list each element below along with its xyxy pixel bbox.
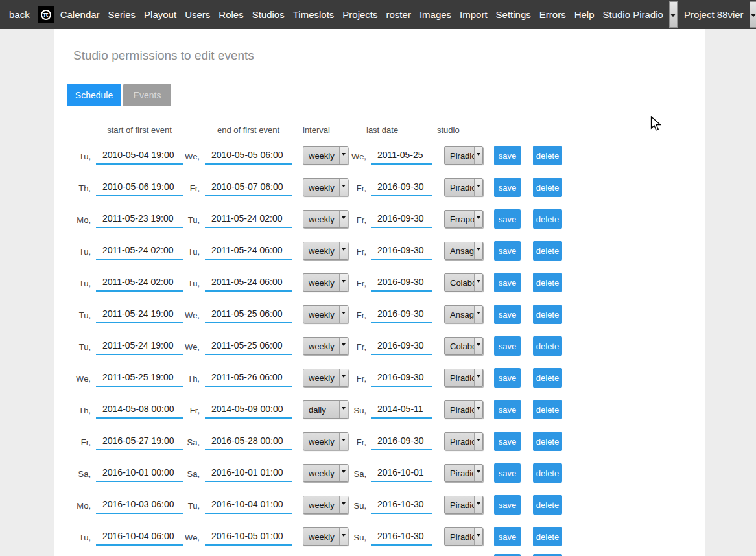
save-button[interactable]: save	[494, 432, 521, 451]
delete-button[interactable]: delete	[533, 146, 562, 165]
save-button[interactable]: save	[494, 178, 521, 197]
start-of-first-event-input[interactable]	[96, 146, 183, 165]
last-date-input[interactable]	[371, 463, 432, 482]
interval-select[interactable]: weekly	[303, 178, 348, 196]
save-button[interactable]: save	[494, 209, 521, 229]
delete-button[interactable]: delete	[533, 495, 562, 515]
end-of-first-event-input[interactable]	[205, 146, 292, 165]
interval-select[interactable]: weekly	[303, 146, 348, 165]
save-button[interactable]: save	[494, 273, 521, 292]
save-button[interactable]: save	[494, 527, 521, 546]
start-of-first-event-input[interactable]	[96, 336, 183, 355]
save-button[interactable]: save	[494, 241, 521, 261]
nav-item-help[interactable]: Help	[574, 9, 595, 20]
last-date-input[interactable]	[371, 400, 432, 419]
start-of-first-event-input[interactable]	[96, 432, 183, 450]
piradio-logo-icon[interactable]: π	[38, 6, 54, 23]
studio-select[interactable]: Studio Piradio	[603, 0, 678, 29]
end-of-first-event-input[interactable]	[205, 336, 292, 355]
nav-item-timeslots[interactable]: Timeslots	[293, 9, 335, 20]
save-button[interactable]: save	[494, 495, 521, 515]
studio-row-select[interactable]: Ansage	[444, 242, 483, 260]
save-button[interactable]: save	[494, 336, 521, 356]
delete-button[interactable]: delete	[533, 305, 562, 324]
save-button[interactable]: save	[494, 368, 521, 388]
studio-row-select[interactable]: Piradio	[444, 400, 483, 419]
start-of-first-event-input[interactable]	[96, 178, 183, 196]
last-date-input[interactable]	[371, 336, 432, 355]
end-of-first-event-input[interactable]	[205, 209, 292, 228]
start-of-first-event-input[interactable]	[96, 368, 183, 387]
end-of-first-event-input[interactable]	[205, 305, 292, 323]
nav-item-calendar[interactable]: Calendar	[60, 9, 100, 20]
interval-select[interactable]: weekly	[303, 432, 348, 450]
studio-row-select[interactable]: Piradio	[444, 464, 483, 482]
last-date-input[interactable]	[371, 209, 432, 228]
studio-row-select[interactable]: Frrapo	[444, 210, 483, 228]
nav-item-roster[interactable]: roster	[386, 9, 411, 20]
last-date-input[interactable]	[371, 432, 432, 450]
studio-row-select[interactable]: Ansage	[444, 305, 483, 323]
last-date-input[interactable]	[371, 368, 432, 387]
end-of-first-event-input[interactable]	[205, 495, 292, 514]
studio-row-select[interactable]: Piradio	[444, 527, 483, 546]
tab-schedule[interactable]: Schedule	[67, 84, 121, 106]
end-of-first-event-input[interactable]	[205, 400, 292, 419]
save-button[interactable]: save	[494, 305, 521, 324]
last-date-input[interactable]	[371, 241, 432, 260]
studio-row-select[interactable]: Piradio	[444, 432, 483, 450]
studio-row-select[interactable]: Piradio	[444, 369, 483, 387]
last-date-input[interactable]	[371, 527, 432, 546]
studio-row-select[interactable]: Colabo	[444, 337, 483, 355]
delete-button[interactable]: delete	[533, 527, 562, 546]
delete-button[interactable]: delete	[533, 400, 562, 419]
save-button[interactable]: save	[494, 400, 521, 419]
nav-item-errors[interactable]: Errors	[539, 9, 566, 20]
nav-item-images[interactable]: Images	[419, 9, 451, 20]
studio-row-select[interactable]: Piradio	[444, 146, 483, 165]
interval-select[interactable]: weekly	[303, 496, 348, 514]
save-button[interactable]: save	[494, 463, 521, 483]
delete-button[interactable]: delete	[533, 273, 562, 292]
start-of-first-event-input[interactable]	[96, 527, 183, 546]
end-of-first-event-input[interactable]	[205, 527, 292, 546]
end-of-first-event-input[interactable]	[205, 273, 292, 292]
end-of-first-event-input[interactable]	[205, 463, 292, 482]
last-date-input[interactable]	[371, 495, 432, 514]
project-select[interactable]: Project 88vier	[684, 0, 756, 29]
start-of-first-event-input[interactable]	[96, 305, 183, 323]
end-of-first-event-input[interactable]	[205, 178, 292, 196]
nav-item-series[interactable]: Series	[108, 9, 136, 20]
delete-button[interactable]: delete	[533, 432, 562, 451]
delete-button[interactable]: delete	[533, 368, 562, 388]
nav-item-import[interactable]: Import	[460, 9, 488, 20]
last-date-input[interactable]	[371, 273, 432, 292]
interval-select[interactable]: weekly	[303, 305, 348, 323]
start-of-first-event-input[interactable]	[96, 400, 183, 419]
delete-button[interactable]: delete	[533, 241, 562, 261]
nav-item-roles[interactable]: Roles	[219, 9, 243, 20]
last-date-input[interactable]	[371, 178, 432, 196]
start-of-first-event-input[interactable]	[96, 495, 183, 514]
interval-select[interactable]: daily	[303, 400, 348, 419]
start-of-first-event-input[interactable]	[96, 209, 183, 228]
interval-select[interactable]: weekly	[303, 210, 348, 228]
studio-row-select[interactable]: Colabo	[444, 273, 483, 292]
studio-row-select[interactable]: Piradio	[444, 178, 483, 196]
interval-select[interactable]: weekly	[303, 242, 348, 260]
nav-item-studios[interactable]: Studios	[252, 9, 285, 20]
delete-button[interactable]: delete	[533, 178, 562, 197]
interval-select[interactable]: weekly	[303, 337, 348, 355]
nav-back-link[interactable]: back	[9, 9, 30, 20]
end-of-first-event-input[interactable]	[205, 241, 292, 260]
nav-item-settings[interactable]: Settings	[496, 9, 531, 20]
last-date-input[interactable]	[371, 305, 432, 323]
nav-item-playout[interactable]: Playout	[144, 9, 176, 20]
interval-select[interactable]: weekly	[303, 464, 348, 482]
delete-button[interactable]: delete	[533, 209, 562, 229]
interval-select[interactable]: weekly	[303, 527, 348, 546]
delete-button[interactable]: delete	[533, 463, 562, 483]
start-of-first-event-input[interactable]	[96, 273, 183, 292]
start-of-first-event-input[interactable]	[96, 463, 183, 482]
interval-select[interactable]: weekly	[303, 369, 348, 387]
